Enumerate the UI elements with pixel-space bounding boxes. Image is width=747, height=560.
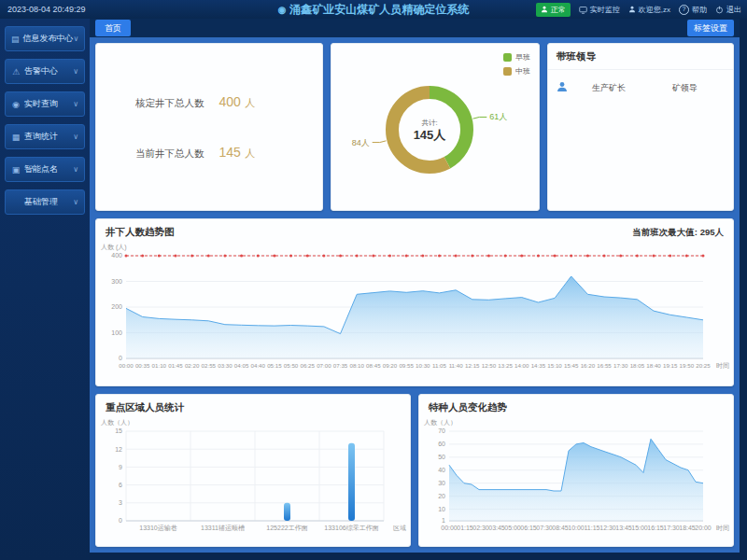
chevron-down-icon: ∨ xyxy=(73,165,78,174)
sidebar-item-label: 查询统计 xyxy=(24,131,73,143)
svg-text:11:05: 11:05 xyxy=(432,362,447,369)
svg-text:70: 70 xyxy=(438,427,445,434)
svg-text:133106综采工作面: 133106综采工作面 xyxy=(324,525,378,532)
svg-text:10: 10 xyxy=(438,506,445,512)
nav-item-label: 帮助 xyxy=(692,5,707,15)
svg-text:16:55: 16:55 xyxy=(597,362,612,369)
svg-text:人数 (人): 人数 (人) xyxy=(101,244,127,251)
svg-text:30: 30 xyxy=(438,480,445,486)
svg-text:01:15: 01:15 xyxy=(457,525,473,531)
leader-row[interactable]: 生产矿长 矿领导 xyxy=(548,70,733,105)
svg-text:时间: 时间 xyxy=(716,525,729,532)
svg-text:15:00: 15:00 xyxy=(631,525,648,531)
sidebar-item-query-stats[interactable]: ▦ 查询统计 ∨ xyxy=(5,124,85,149)
person-icon xyxy=(541,6,548,13)
sidebar-item-label: 信息发布中心 xyxy=(23,33,74,45)
status-badge[interactable]: 正常 xyxy=(536,3,571,17)
svg-text:61人: 61人 xyxy=(489,112,507,121)
svg-text:50: 50 xyxy=(438,454,445,460)
svg-text:0: 0 xyxy=(119,517,122,524)
svg-text:00:00: 00:00 xyxy=(441,525,458,531)
status-badge-label: 正常 xyxy=(551,5,566,15)
leader-name: 生产矿长 xyxy=(592,82,672,94)
sidebar-item-realtime-query[interactable]: ◉ 实时查询 ∨ xyxy=(5,91,85,117)
svg-text:16:20: 16:20 xyxy=(581,362,596,369)
key-area-panel: 重点区域人员统计 0369121513310运输巷13311辅运顺槽125222… xyxy=(95,394,411,547)
sidebar-item-label: 基础管理 xyxy=(24,196,73,208)
special-personnel-chart: 11020304050607000:0001:1502:3003:4505:00… xyxy=(419,416,733,545)
svg-text:18:05: 18:05 xyxy=(630,362,645,369)
alert-icon: ⚠ xyxy=(11,67,21,77)
panel-title: 重点区域人员统计 xyxy=(106,401,184,414)
avatar xyxy=(557,81,568,94)
svg-text:09:20: 09:20 xyxy=(383,362,398,369)
max-value-note: 当前班次最大值: 295人 xyxy=(632,227,724,239)
sidebar-item-alarm-center[interactable]: ⚠ 告警中心 ∨ xyxy=(5,59,85,84)
bottom-row: 重点区域人员统计 0369121513310运输巷13311辅运顺槽125222… xyxy=(95,394,734,547)
svg-text:10:00: 10:00 xyxy=(568,525,585,531)
svg-text:17:30: 17:30 xyxy=(613,362,628,369)
svg-text:125222工作面: 125222工作面 xyxy=(266,525,307,532)
checkbox-icon: ▣ xyxy=(11,165,21,175)
leader-role: 矿领导 xyxy=(672,82,698,94)
headcount-panel: 核定井下总人数 400 人 当前井下总人数 145 人 xyxy=(95,43,323,211)
sidebar-item-smart-rollcall[interactable]: ▣ 智能点名 ∨ xyxy=(5,157,85,182)
stat-unit: 人 xyxy=(245,147,255,159)
svg-text:20: 20 xyxy=(438,493,445,499)
underground-trend-panel: 井下人数趋势图 当前班次最大值: 295人 010020030040000:00… xyxy=(95,218,734,386)
svg-text:16:15: 16:15 xyxy=(647,525,664,531)
svg-text:3: 3 xyxy=(119,499,122,506)
stat-value: 400 xyxy=(219,94,241,109)
sidebar-item-label: 实时查询 xyxy=(24,98,73,110)
app-header: 2023-08-04 20:49:29 ◉ 涌鑫矿业安山煤矿人员精确定位系统 正… xyxy=(0,0,747,19)
chevron-down-icon: ∨ xyxy=(73,67,78,76)
svg-text:84人: 84人 xyxy=(352,138,370,147)
tab-home[interactable]: 首页 xyxy=(95,20,131,36)
svg-text:11:15: 11:15 xyxy=(585,525,600,531)
legend-label: 早班 xyxy=(515,52,530,63)
svg-text:人数（人）: 人数（人） xyxy=(424,419,457,427)
svg-text:0: 0 xyxy=(119,355,122,361)
legend-label: 中班 xyxy=(515,66,530,77)
help-icon: ? xyxy=(679,5,689,15)
svg-text:15:45: 15:45 xyxy=(564,362,579,369)
panel-header: 特种人员变化趋势 xyxy=(419,395,733,416)
panel-header: 重点区域人员统计 xyxy=(96,395,410,416)
svg-text:145人: 145人 xyxy=(414,128,447,142)
svg-text:13:25: 13:25 xyxy=(498,362,513,369)
grid-chart-icon: ▦ xyxy=(11,133,21,142)
svg-text:18:40: 18:40 xyxy=(646,362,661,369)
svg-text:18:45: 18:45 xyxy=(679,525,696,531)
legend-item[interactable]: 早班 xyxy=(503,52,530,63)
special-personnel-panel: 特种人员变化趋势 11020304050607000:0001:1502:300… xyxy=(418,394,734,547)
approved-headcount: 核定井下总人数 400 人 xyxy=(135,93,322,110)
svg-text:20:25: 20:25 xyxy=(696,362,711,369)
header-nav: 正常 实时监控 欢迎您,zx ? 帮助 退出 xyxy=(536,3,741,17)
sidebar-item-base-management[interactable]: 基础管理 ∨ xyxy=(5,189,85,215)
stats-row: 核定井下总人数 400 人 当前井下总人数 145 人 早班 xyxy=(95,43,734,211)
donut-legend: 早班 中班 xyxy=(503,52,530,77)
sidebar-item-info-center[interactable]: ▤ 信息发布中心 ∨ xyxy=(5,26,85,51)
chevron-down-icon: ∨ xyxy=(73,198,78,206)
nav-item-monitor[interactable]: 实时监控 xyxy=(579,5,620,15)
tab-settings-button[interactable]: 标签设置 xyxy=(687,20,734,36)
legend-item[interactable]: 中班 xyxy=(503,66,530,77)
dashboard-content: 核定井下总人数 400 人 当前井下总人数 145 人 早班 xyxy=(90,37,740,553)
nav-item-welcome[interactable]: 欢迎您,zx xyxy=(628,5,670,15)
svg-text:12:15: 12:15 xyxy=(465,362,480,369)
svg-text:400: 400 xyxy=(111,252,122,259)
svg-text:07:30: 07:30 xyxy=(536,525,553,531)
svg-text:12:30: 12:30 xyxy=(599,525,616,531)
sidebar-item-label: 告警中心 xyxy=(24,65,73,77)
svg-text:19:15: 19:15 xyxy=(663,362,678,369)
svg-text:01:45: 01:45 xyxy=(168,362,183,369)
svg-text:13310运输巷: 13310运输巷 xyxy=(139,525,176,532)
svg-text:09:55: 09:55 xyxy=(399,362,414,369)
svg-text:01:10: 01:10 xyxy=(152,362,167,369)
svg-text:06:25: 06:25 xyxy=(300,362,315,369)
nav-item-help[interactable]: ? 帮助 xyxy=(679,5,707,15)
nav-item-logout[interactable]: 退出 xyxy=(715,5,741,15)
svg-text:07:00: 07:00 xyxy=(317,362,331,369)
nav-item-label: 退出 xyxy=(726,5,741,15)
legend-swatch-green xyxy=(503,53,512,62)
